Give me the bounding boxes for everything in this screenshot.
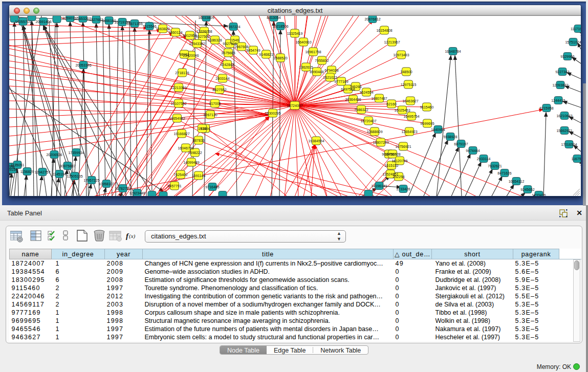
svg-text:16154808: 16154808 [376, 29, 392, 32]
svg-text:3267130: 3267130 [203, 113, 217, 117]
svg-text:1156829: 1156829 [20, 170, 34, 173]
svg-text:1546: 1546 [231, 38, 239, 42]
svg-text:252254: 252254 [393, 175, 404, 179]
svg-text:12213967: 12213967 [384, 40, 400, 44]
svg-text:16495754: 16495754 [403, 115, 419, 118]
svg-text:17016504: 17016504 [561, 143, 577, 146]
svg-text:16640910: 16640910 [295, 40, 311, 44]
svg-text:15692971: 15692971 [556, 129, 572, 133]
svg-text:12923448: 12923448 [129, 191, 145, 195]
svg-text:1588520: 1588520 [273, 56, 287, 60]
svg-text:12505135: 12505135 [67, 174, 82, 178]
svg-text:1640954: 1640954 [431, 128, 445, 132]
svg-text:5938928: 5938928 [443, 135, 457, 139]
svg-text:2803144: 2803144 [215, 77, 229, 80]
svg-text:20053346: 20053346 [75, 63, 91, 67]
svg-text:1615152: 1615152 [384, 164, 398, 167]
svg-text:15720407: 15720407 [360, 119, 376, 123]
svg-text:1733426: 1733426 [396, 187, 410, 191]
svg-text:14099489: 14099489 [183, 161, 199, 164]
svg-text:2933114: 2933114 [477, 157, 491, 161]
svg-text:20206536: 20206536 [46, 153, 62, 157]
svg-text:30975887: 30975887 [59, 164, 75, 168]
svg-text:12213369: 12213369 [170, 86, 186, 90]
svg-text:8454749: 8454749 [246, 49, 260, 52]
svg-text:7986322: 7986322 [354, 108, 368, 112]
svg-text:1527602: 1527602 [89, 18, 103, 21]
svg-text:1621022: 1621022 [323, 76, 337, 79]
svg-text:9245652: 9245652 [520, 188, 534, 191]
svg-text:7357224: 7357224 [226, 25, 240, 29]
svg-text:8912954: 8912954 [183, 34, 197, 37]
svg-text:16046798: 16046798 [178, 146, 193, 150]
svg-text:9699695: 9699695 [420, 122, 434, 125]
svg-text:1362615: 1362615 [299, 65, 313, 69]
svg-text:9329966: 9329966 [560, 55, 574, 58]
svg-text:9777169: 9777169 [334, 80, 348, 83]
svg-text:20691406: 20691406 [35, 20, 51, 24]
svg-text:8215958: 8215958 [539, 106, 553, 110]
svg-text:6879197: 6879197 [454, 142, 468, 146]
svg-text:10688609: 10688609 [366, 130, 382, 134]
svg-text:13226058: 13226058 [196, 30, 212, 33]
svg-text:10463627: 10463627 [402, 99, 418, 103]
svg-text:9327503: 9327503 [195, 35, 209, 38]
svg-text:10807487: 10807487 [371, 97, 387, 100]
svg-text:11325419: 11325419 [287, 32, 303, 35]
svg-text:11171954: 11171954 [571, 27, 581, 31]
svg-text:9457791: 9457791 [167, 184, 181, 188]
svg-text:12093872: 12093872 [552, 83, 568, 87]
svg-text:16120746: 16120746 [391, 159, 407, 163]
svg-text:19384554: 19384554 [308, 139, 324, 143]
svg-text:(x): (x) [129, 233, 136, 239]
svg-text:16671355: 16671355 [126, 22, 142, 26]
svg-text:16210643: 16210643 [556, 114, 572, 118]
svg-text:20364436: 20364436 [345, 98, 361, 101]
svg-text:9146821: 9146821 [259, 53, 273, 56]
svg-text:9860124: 9860124 [168, 31, 182, 34]
svg-text:8827552: 8827552 [212, 88, 226, 92]
svg-text:887833: 887833 [192, 139, 204, 142]
svg-text:1135051: 1135051 [11, 163, 25, 167]
svg-text:9115460: 9115460 [420, 105, 434, 109]
svg-text:19218506: 19218506 [272, 25, 288, 28]
svg-text:9474444: 9474444 [466, 149, 480, 152]
svg-text:18300295: 18300295 [265, 112, 280, 115]
svg-text:62160: 62160 [386, 102, 397, 106]
svg-text:18724007: 18724007 [287, 104, 302, 107]
svg-text:748500: 748500 [400, 70, 412, 74]
svg-text:8813054: 8813054 [267, 16, 280, 19]
svg-text:10654112: 10654112 [509, 180, 525, 183]
svg-text:917006: 917006 [209, 102, 221, 105]
svg-text:9227343: 9227343 [555, 70, 569, 74]
svg-text:17359934: 17359934 [68, 151, 84, 155]
svg-text:7632621: 7632621 [488, 164, 502, 168]
svg-text:9716485: 9716485 [205, 185, 219, 189]
svg-text:12975115: 12975115 [401, 83, 417, 86]
svg-text:14055714: 14055714 [15, 20, 31, 24]
svg-text:10973493: 10973493 [393, 53, 409, 57]
svg-text:8990448: 8990448 [310, 70, 323, 74]
svg-text:12942757: 12942757 [34, 170, 50, 174]
svg-text:2967608: 2967608 [234, 45, 248, 49]
svg-text:14196141: 14196141 [371, 184, 387, 188]
svg-text:9242848: 9242848 [220, 63, 234, 67]
svg-text:116753: 116753 [572, 157, 581, 161]
svg-text:39154: 39154 [9, 168, 17, 171]
svg-text:10756928: 10756928 [384, 152, 400, 156]
svg-text:1934: 1934 [198, 127, 206, 130]
svg-text:16033809: 16033809 [198, 16, 214, 19]
svg-text:98961: 98961 [179, 53, 189, 56]
svg-text:19166827: 19166827 [173, 132, 189, 136]
svg-text:3624554: 3624554 [359, 91, 373, 94]
svg-text:16961758: 16961758 [305, 50, 321, 54]
svg-text:3675685: 3675685 [221, 51, 235, 55]
svg-text:7515546: 7515546 [142, 25, 156, 28]
svg-text:8186328: 8186328 [208, 38, 222, 42]
svg-text:17957225: 17957225 [83, 179, 99, 182]
svg-text:746266: 746266 [350, 85, 361, 89]
svg-text:18807249: 18807249 [373, 141, 388, 144]
svg-text:16782759: 16782759 [115, 187, 130, 190]
svg-text:1698222: 1698222 [188, 151, 202, 155]
svg-text:7663822: 7663822 [156, 27, 169, 31]
